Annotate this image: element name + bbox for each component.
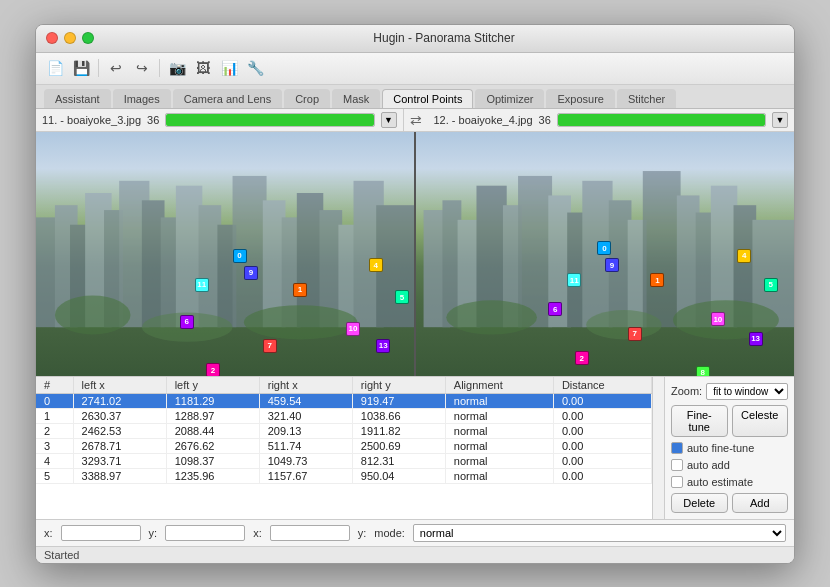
control-point-dot[interactable]: 8: [696, 366, 710, 376]
control-point-dot[interactable]: 5: [395, 290, 409, 304]
tab-stitcher[interactable]: Stitcher: [617, 89, 676, 108]
zoom-row: Zoom: fit to window 25% 50% 100% 200%: [671, 383, 788, 400]
cell-dist: 0.00: [553, 453, 651, 468]
table-row[interactable]: 2 2462.53 2088.44 209.13 1911.82 normal …: [36, 423, 652, 438]
cell-rx: 1157.67: [259, 468, 352, 483]
cell-ly: 2088.44: [166, 423, 259, 438]
new-icon[interactable]: 📄: [44, 57, 66, 79]
cell-lx: 2741.02: [73, 393, 166, 408]
control-point-dot[interactable]: 0: [233, 249, 247, 263]
control-point-dot[interactable]: 9: [605, 258, 619, 272]
table-row[interactable]: 4 3293.71 1098.37 1049.73 812.31 normal …: [36, 453, 652, 468]
close-button[interactable]: [46, 32, 58, 44]
delete-button[interactable]: Delete: [671, 493, 728, 513]
mode-label: mode:: [374, 527, 405, 539]
status-bar: Started: [36, 546, 794, 563]
chart-icon[interactable]: 📊: [218, 57, 240, 79]
right-x-input[interactable]: [270, 525, 350, 541]
cell-ly: 1098.37: [166, 453, 259, 468]
control-point-dot[interactable]: 13: [749, 332, 763, 346]
right-image-label: 12. - boaiyoke_4.jpg: [434, 114, 533, 126]
cell-align: normal: [445, 438, 553, 453]
image-icon[interactable]: 🖼: [192, 57, 214, 79]
delete-add-row: Delete Add: [671, 493, 788, 513]
finetune-button[interactable]: Fine-tune: [671, 405, 728, 437]
swap-button[interactable]: ⇄: [404, 109, 428, 131]
left-image-pane[interactable]: 012345678910111213: [36, 132, 414, 376]
tab-exposure[interactable]: Exposure: [546, 89, 614, 108]
tab-optimizer[interactable]: Optimizer: [475, 89, 544, 108]
celeste-button[interactable]: Celeste: [732, 405, 789, 437]
control-point-dot[interactable]: 10: [346, 322, 360, 336]
redo-icon[interactable]: ↪: [131, 57, 153, 79]
tab-crop[interactable]: Crop: [284, 89, 330, 108]
cell-ly: 1288.97: [166, 408, 259, 423]
left-x-input[interactable]: [61, 525, 141, 541]
control-point-dot[interactable]: 11: [567, 273, 581, 287]
cell-ry: 950.04: [352, 468, 445, 483]
right-panel: Zoom: fit to window 25% 50% 100% 200% Fi…: [664, 377, 794, 519]
data-table-area: # left x left y right x right y Alignmen…: [36, 377, 652, 519]
control-point-dot[interactable]: 4: [737, 249, 751, 263]
control-point-dot[interactable]: 9: [244, 266, 258, 280]
minimize-button[interactable]: [64, 32, 76, 44]
control-point-dot[interactable]: 6: [180, 315, 194, 329]
tab-camera-lens[interactable]: Camera and Lens: [173, 89, 282, 108]
status-text: Started: [44, 549, 79, 561]
bottom-section: # left x left y right x right y Alignmen…: [36, 376, 794, 546]
control-point-dot[interactable]: 1: [293, 283, 307, 297]
auto-estimate-checkbox[interactable]: [671, 476, 683, 488]
cell-rx: 459.54: [259, 393, 352, 408]
undo-icon[interactable]: ↩: [105, 57, 127, 79]
control-point-dot[interactable]: 2: [206, 363, 220, 375]
control-point-dot[interactable]: 0: [597, 241, 611, 255]
left-y-input[interactable]: [165, 525, 245, 541]
control-point-dot[interactable]: 1: [650, 273, 664, 287]
cell-align: normal: [445, 423, 553, 438]
control-point-dot[interactable]: 5: [764, 278, 778, 292]
left-image-label: 11. - boaiyoke_3.jpg: [42, 114, 141, 126]
auto-finetune-checkbox[interactable]: [671, 442, 683, 454]
cell-rx: 1049.73: [259, 453, 352, 468]
cell-id: 4: [36, 453, 73, 468]
control-points-table: # left x left y right x right y Alignmen…: [36, 377, 652, 484]
table-row[interactable]: 1 2630.37 1288.97 321.40 1038.66 normal …: [36, 408, 652, 423]
control-point-dot[interactable]: 11: [195, 278, 209, 292]
right-image-pane[interactable]: 012345678910111213: [414, 132, 794, 376]
cell-id: 0: [36, 393, 73, 408]
settings-icon[interactable]: 🔧: [244, 57, 266, 79]
control-point-dot[interactable]: 7: [628, 327, 642, 341]
control-point-dot[interactable]: 6: [548, 302, 562, 316]
table-row[interactable]: 3 2678.71 2676.62 511.74 2500.69 normal …: [36, 438, 652, 453]
table-row[interactable]: 0 2741.02 1181.29 459.54 919.47 normal 0…: [36, 393, 652, 408]
auto-add-checkbox[interactable]: [671, 459, 683, 471]
cell-dist: 0.00: [553, 408, 651, 423]
cell-rx: 321.40: [259, 408, 352, 423]
tab-assistant[interactable]: Assistant: [44, 89, 111, 108]
tab-control-points[interactable]: Control Points: [382, 89, 473, 108]
cell-ry: 1911.82: [352, 423, 445, 438]
tab-mask[interactable]: Mask: [332, 89, 380, 108]
col-header-ry: right y: [352, 377, 445, 394]
control-point-dot[interactable]: 2: [575, 351, 589, 365]
cell-lx: 3388.97: [73, 468, 166, 483]
left-nav-btn[interactable]: ▼: [381, 112, 397, 128]
control-point-dot[interactable]: 13: [376, 339, 390, 353]
save-icon[interactable]: 💾: [70, 57, 92, 79]
auto-finetune-label: auto fine-tune: [687, 442, 754, 454]
table-row[interactable]: 5 3388.97 1235.96 1157.67 950.04 normal …: [36, 468, 652, 483]
control-point-dot[interactable]: 4: [369, 258, 383, 272]
mode-select[interactable]: normal fine: [413, 524, 786, 542]
tab-images[interactable]: Images: [113, 89, 171, 108]
zoom-select[interactable]: fit to window 25% 50% 100% 200%: [706, 383, 788, 400]
control-point-dot[interactable]: 10: [711, 312, 725, 326]
control-point-dot[interactable]: 7: [263, 339, 277, 353]
auto-add-row: auto add: [671, 459, 788, 471]
maximize-button[interactable]: [82, 32, 94, 44]
table-scrollbar[interactable]: [652, 377, 664, 519]
toolbar-separator-2: [159, 59, 160, 77]
camera-icon[interactable]: 📷: [166, 57, 188, 79]
cell-align: normal: [445, 408, 553, 423]
right-nav-btn[interactable]: ▼: [772, 112, 788, 128]
add-button[interactable]: Add: [732, 493, 789, 513]
